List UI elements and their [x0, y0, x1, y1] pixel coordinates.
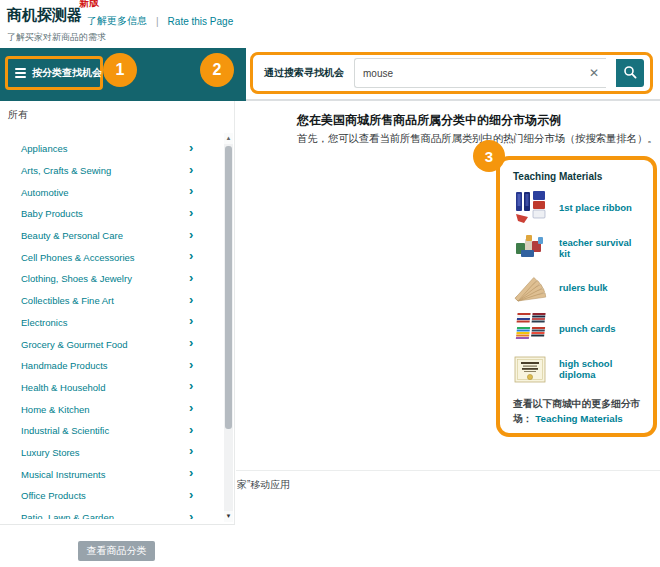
chevron-right-icon: ›: [189, 205, 193, 220]
sidebar-footer: 查看商品分类: [0, 524, 235, 567]
hamburger-icon: [15, 68, 26, 78]
step-1-badge: 1: [103, 53, 137, 87]
category-label: Automotive: [21, 187, 69, 198]
chevron-right-icon: ›: [189, 140, 193, 155]
niche-label[interactable]: 1st place ribbon: [559, 202, 632, 213]
niche-label[interactable]: high school diploma: [559, 358, 643, 380]
chevron-right-icon: ›: [189, 249, 193, 264]
category-row[interactable]: Appliances ›: [0, 138, 224, 160]
header-links: 了解更多信息 | Rate this Page: [87, 14, 233, 28]
category-label: Arts, Crafts & Sewing: [21, 165, 111, 176]
niche-row[interactable]: high school diploma: [513, 349, 643, 389]
rulers-thumb: [513, 269, 547, 307]
category-row[interactable]: Patio, Lawn & Garden ›: [0, 507, 224, 519]
niche-label[interactable]: punch cards: [559, 323, 616, 334]
chevron-right-icon: ›: [189, 162, 193, 177]
category-label: Patio, Lawn & Garden: [21, 512, 114, 519]
step-3-badge: 3: [473, 140, 505, 172]
category-label: Industrial & Scientific: [21, 425, 109, 436]
learn-more-link[interactable]: 了解更多信息: [87, 14, 147, 28]
category-row[interactable]: Clothing, Shoes & Jewelry ›: [0, 268, 224, 290]
clipped-footer-text: 家”移动应用: [237, 478, 290, 492]
chevron-right-icon: ›: [189, 292, 193, 307]
ribbons-thumb: [513, 188, 547, 226]
search-button[interactable]: [616, 59, 644, 87]
chevron-right-icon: ›: [189, 227, 193, 242]
scrollbar-thumb[interactable]: [225, 146, 232, 429]
clear-search-icon[interactable]: ✕: [582, 67, 606, 79]
category-row[interactable]: Luxury Stores ›: [0, 442, 224, 464]
search-icon: [623, 65, 637, 82]
niche-footer-link[interactable]: Teaching Materials: [535, 413, 622, 424]
links-separator: |: [156, 16, 159, 27]
new-version-badge: 新版: [79, 0, 100, 11]
category-label: Musical Instruments: [21, 469, 105, 480]
category-row[interactable]: Industrial & Scientific ›: [0, 420, 224, 442]
scroll-up-arrow-icon[interactable]: ▲: [224, 133, 233, 144]
sidebar-scrollbar[interactable]: ▲ ▼: [224, 133, 233, 522]
category-label: Grocery & Gourmet Food: [21, 339, 128, 350]
niche-examples-heading: 您在美国商城所售商品所属分类中的细分市场示例: [297, 112, 561, 129]
category-label: Handmade Products: [21, 360, 108, 371]
all-categories-label: 所有: [8, 108, 28, 122]
category-label: Office Products: [21, 490, 86, 501]
scroll-down-arrow-icon[interactable]: ▼: [224, 511, 233, 522]
category-row[interactable]: Musical Instruments ›: [0, 463, 224, 485]
rate-page-link[interactable]: Rate this Page: [168, 16, 234, 27]
niche-panel: Teaching Materials 1st place ribbon: [496, 156, 657, 437]
niche-row[interactable]: punch cards: [513, 308, 643, 348]
app-header: 商机探测器 新版 了解更多信息 | Rate this Page 了解买家对新商…: [0, 0, 660, 48]
chevron-right-icon: ›: [189, 184, 193, 199]
search-input[interactable]: [355, 68, 582, 79]
chevron-right-icon: ›: [189, 270, 193, 285]
search-highlight-box: 通过搜索寻找机会 ✕: [250, 52, 653, 94]
page-title: 商机探测器: [7, 6, 82, 25]
chevron-right-icon: ›: [189, 509, 193, 519]
category-row[interactable]: Baby Products ›: [0, 203, 224, 225]
chevron-right-icon: ›: [189, 314, 193, 329]
niche-row[interactable]: rulers bulk: [513, 268, 643, 308]
category-row[interactable]: Handmade Products ›: [0, 355, 224, 377]
chevron-right-icon: ›: [189, 444, 193, 459]
category-row[interactable]: Cell Phones & Accessories ›: [0, 246, 224, 268]
category-label: Beauty & Personal Care: [21, 230, 123, 241]
category-row[interactable]: Collectibles & Fine Art ›: [0, 290, 224, 312]
category-row[interactable]: Automotive ›: [0, 181, 224, 203]
category-sidebar: 所有 Appliances › Arts, Crafts & Sewing › …: [0, 101, 235, 524]
chevron-right-icon: ›: [189, 422, 193, 437]
category-row[interactable]: Electronics ›: [0, 312, 224, 334]
category-row[interactable]: Home & Kitchen ›: [0, 398, 224, 420]
category-label: Collectibles & Fine Art: [21, 295, 114, 306]
category-row[interactable]: Office Products ›: [0, 485, 224, 507]
chevron-right-icon: ›: [189, 357, 193, 372]
view-categories-button[interactable]: 查看商品分类: [78, 541, 155, 561]
category-label: Health & Household: [21, 382, 106, 393]
category-label: Cell Phones & Accessories: [21, 252, 135, 263]
category-list: Appliances › Arts, Crafts & Sewing › Aut…: [0, 134, 224, 519]
category-row[interactable]: Beauty & Personal Care ›: [0, 225, 224, 247]
category-row[interactable]: Arts, Crafts & Sewing ›: [0, 160, 224, 182]
browse-by-category-label: 按分类查找机会: [32, 66, 102, 80]
category-label: Baby Products: [21, 208, 83, 219]
opportunity-explorer-page: 商机探测器 新版 了解更多信息 | Rate this Page 了解买家对新商…: [0, 0, 660, 567]
survival-kit-thumb: [513, 229, 547, 267]
niche-row[interactable]: 1st place ribbon: [513, 187, 643, 227]
niche-list: 1st place ribbon teacher survival kit: [513, 187, 643, 389]
category-row[interactable]: Health & Household ›: [0, 377, 224, 399]
category-label: Clothing, Shoes & Jewelry: [21, 273, 132, 284]
search-field: ✕: [354, 58, 606, 88]
browse-by-category-button[interactable]: 按分类查找机会: [5, 56, 103, 90]
step-2-badge: 2: [200, 53, 234, 87]
category-label: Appliances: [21, 143, 67, 154]
niche-row[interactable]: teacher survival kit: [513, 227, 643, 267]
category-label: Electronics: [21, 317, 67, 328]
category-row[interactable]: Grocery & Gourmet Food ›: [0, 333, 224, 355]
category-label: Home & Kitchen: [21, 404, 90, 415]
search-by-keyword-label: 通过搜索寻找机会: [264, 66, 344, 80]
category-label: Luxury Stores: [21, 447, 80, 458]
niche-label[interactable]: rulers bulk: [559, 282, 608, 293]
niche-label[interactable]: teacher survival kit: [559, 237, 643, 259]
punch-cards-thumb: [513, 309, 547, 347]
page-tagline: 了解买家对新商品的需求: [7, 31, 106, 44]
chevron-right-icon: ›: [189, 379, 193, 394]
